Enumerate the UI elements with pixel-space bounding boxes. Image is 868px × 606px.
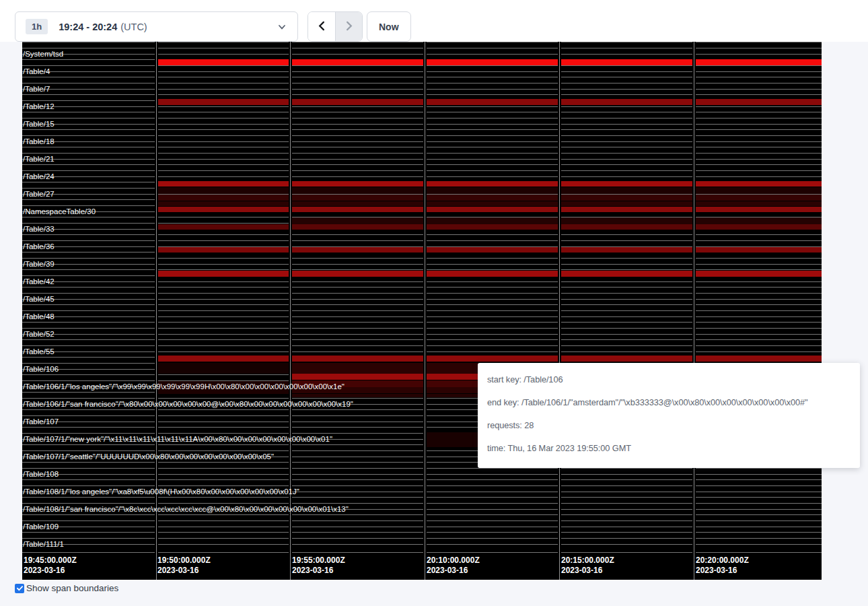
span-boundary-line <box>22 316 822 317</box>
key-span-label: /Table/52 <box>23 329 55 339</box>
time-pager <box>308 11 363 42</box>
heat-band <box>156 207 822 212</box>
span-boundary-line <box>22 234 822 235</box>
heat-band <box>156 271 822 277</box>
span-boundary-line <box>22 112 822 112</box>
key-span-label: /Table/109 <box>23 522 59 532</box>
next-interval-button[interactable] <box>335 12 362 41</box>
span-boundary-line <box>22 339 822 340</box>
span-boundary-line <box>22 345 822 346</box>
tick-time: 20:15:00.000Z <box>561 556 614 566</box>
span-boundary-line <box>22 552 822 553</box>
toolbar: 1h 19:24 - 20:24 (UTC) Now <box>0 0 868 42</box>
key-span-label: /System/tsd <box>23 49 63 59</box>
span-boundary-line <box>22 159 822 160</box>
span-boundary-line <box>22 264 822 265</box>
time-axis-tick: 20:10:00.000Z2023-03-16 <box>427 556 480 576</box>
heat-band <box>156 99 822 105</box>
span-boundary-line <box>22 310 822 311</box>
show-span-boundaries-checkbox[interactable] <box>15 584 24 593</box>
span-boundary-line <box>22 538 822 539</box>
tooltip-start-key: start key: /Table/106 <box>487 373 851 386</box>
time-gridline <box>289 42 292 580</box>
time-axis-tick: 19:45:00.000Z2023-03-16 <box>24 556 77 576</box>
key-span-label: /Table/108/1/"san francisco"/"\x8c\xcc\x… <box>23 504 349 514</box>
key-span-label: /Table/18 <box>23 137 55 147</box>
tick-time: 19:55:00.000Z <box>292 556 345 566</box>
tick-date: 2023-03-16 <box>292 566 345 576</box>
heat-band <box>156 356 822 362</box>
heat-band <box>156 363 290 374</box>
span-boundary-line <box>22 170 822 171</box>
span-boundary-line <box>22 479 822 480</box>
span-boundary-line <box>22 497 822 498</box>
span-boundary-line <box>22 176 822 177</box>
time-range-text: 19:24 - 20:24 <box>59 22 117 32</box>
key-span-label: /Table/45 <box>23 294 55 304</box>
footer: Show span boundaries <box>15 583 118 593</box>
tick-time: 20:20:00.000Z <box>696 556 749 566</box>
key-span-label: /Table/108 <box>23 469 59 479</box>
checkmark-icon <box>16 582 24 595</box>
heat-band <box>290 217 822 224</box>
span-boundary-line <box>22 164 822 165</box>
span-boundary-line <box>22 468 822 469</box>
span-boundary-line <box>22 299 822 300</box>
span-boundary-line <box>22 514 822 515</box>
span-boundary-line <box>22 94 822 95</box>
span-boundary-line <box>22 527 822 527</box>
key-span-label: /Table/107/1/"new york"/"\x11\x11\x11\x1… <box>23 434 332 444</box>
span-boundary-line <box>22 42 822 42</box>
tick-date: 2023-03-16 <box>696 566 749 576</box>
span-boundary-line <box>22 147 822 147</box>
time-axis-tick: 20:20:00.000Z2023-03-16 <box>696 556 749 576</box>
span-boundary-line <box>22 304 822 305</box>
time-gridline <box>155 42 158 580</box>
time-axis-tick: 19:55:00.000Z2023-03-16 <box>292 556 345 576</box>
key-visualizer-canvas[interactable]: /System/tsd/Table/4/Table/7/Table/12/Tab… <box>22 42 822 580</box>
tick-time: 20:10:00.000Z <box>427 556 480 566</box>
span-boundary-line <box>22 287 822 288</box>
time-gridline <box>692 42 696 580</box>
chevron-left-icon <box>317 20 327 34</box>
key-span-label: /Table/12 <box>23 102 55 112</box>
span-boundary-line <box>22 135 822 136</box>
span-boundary-line <box>22 240 822 241</box>
heat-band <box>156 59 822 65</box>
tooltip-requests: requests: 28 <box>487 419 851 432</box>
span-boundary-line <box>22 65 822 66</box>
span-boundary-line <box>22 351 822 352</box>
key-span-label: /Table/21 <box>23 154 55 164</box>
previous-interval-button[interactable] <box>308 12 335 41</box>
heat-band <box>156 247 822 252</box>
key-span-label: /NamespaceTable/30 <box>23 207 96 217</box>
span-boundary-line <box>22 106 822 107</box>
heat-band <box>156 181 822 187</box>
key-span-label: /Table/111/1 <box>23 539 64 549</box>
tooltip-end-key: end key: /Table/106/1/"amsterdam"/"\xb33… <box>487 396 851 409</box>
tick-time: 19:50:00.000Z <box>157 556 211 566</box>
time-range-zone: (UTC) <box>120 22 147 32</box>
span-boundary-line <box>22 77 822 77</box>
span-boundary-line <box>22 89 822 90</box>
key-span-label: /Table/42 <box>23 277 55 287</box>
tick-date: 2023-03-16 <box>24 566 77 576</box>
time-range-selector[interactable]: 1h 19:24 - 20:24 (UTC) <box>15 11 298 42</box>
key-span-label: /Table/36 <box>23 242 55 252</box>
span-boundary-line <box>22 124 822 125</box>
show-span-boundaries-label: Show span boundaries <box>26 583 118 593</box>
span-boundary-line <box>22 118 822 119</box>
key-span-label: /Table/106/1/"los angeles"/"\x99\x99\x99… <box>23 382 345 392</box>
heat-band <box>156 187 822 194</box>
key-span-label: /Table/39 <box>23 259 55 269</box>
key-span-label: /Table/15 <box>23 119 55 129</box>
key-span-label: /Table/4 <box>23 67 50 77</box>
key-span-label: /Table/106/1/"san francisco"/"\x80\x00\x… <box>23 399 353 409</box>
key-span-label: /Table/106 <box>23 364 59 374</box>
now-button[interactable]: Now <box>367 11 411 42</box>
span-tooltip: start key: /Table/106 end key: /Table/10… <box>478 363 860 468</box>
chevron-right-icon <box>344 20 354 34</box>
tick-date: 2023-03-16 <box>561 566 614 576</box>
time-axis-tick: 20:15:00.000Z2023-03-16 <box>561 556 614 576</box>
heat-band <box>156 195 822 201</box>
